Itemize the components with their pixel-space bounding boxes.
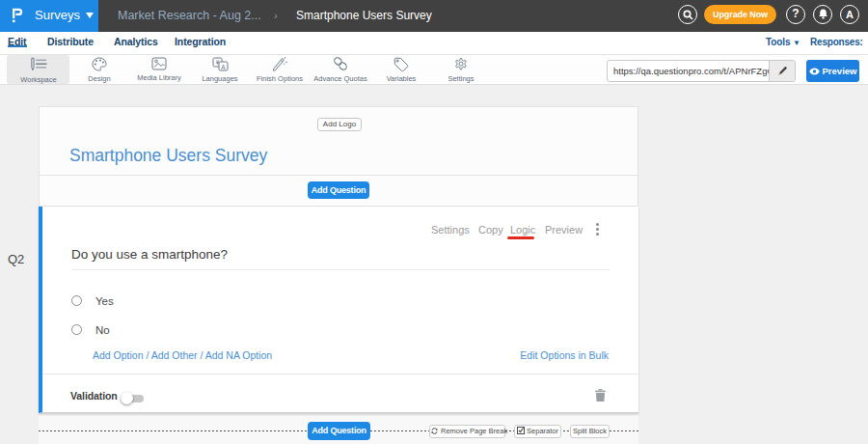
svg-text:¥: ¥ [215, 59, 219, 66]
svg-text:A: A [221, 64, 226, 70]
